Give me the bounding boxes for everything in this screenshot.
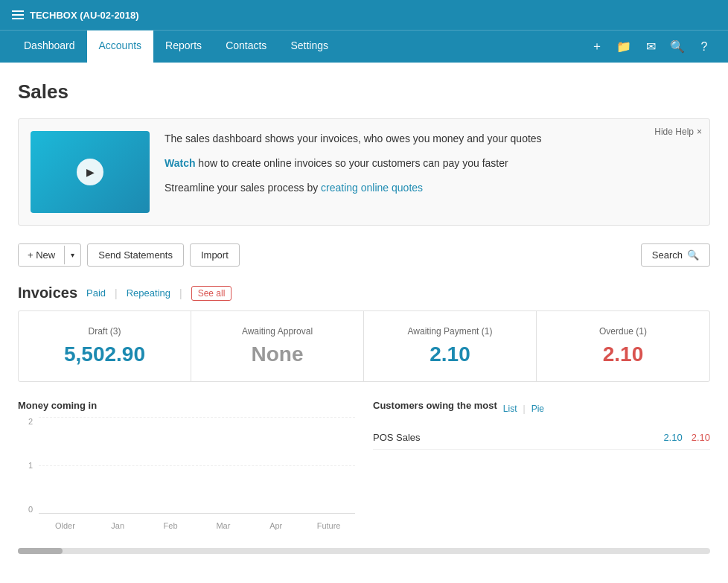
new-button[interactable]: + New	[19, 244, 64, 266]
x-label-future: Future	[302, 521, 355, 530]
hamburger-icon[interactable]	[12, 10, 24, 19]
see-all-button[interactable]: See all	[191, 286, 232, 301]
chart-area: 2 1 0	[18, 417, 355, 536]
filter-repeating[interactable]: Repeating	[127, 287, 170, 299]
owing-row: POS Sales 2.10 2.10	[373, 426, 710, 450]
new-button-group: + New ▾	[18, 243, 81, 267]
play-button-icon[interactable]: ▶	[77, 159, 103, 185]
owing-customer-name: POS Sales	[373, 432, 663, 443]
scroll-bar[interactable]	[18, 548, 710, 554]
new-dropdown-caret[interactable]: ▾	[64, 246, 80, 264]
owing-header: Customers owing the most List | Pie	[373, 400, 710, 417]
filter-paid[interactable]: Paid	[86, 287, 106, 299]
stat-draft-value: 5,502.90	[33, 343, 176, 366]
nav-reports[interactable]: Reports	[153, 31, 214, 63]
owing-title: Customers owing the most	[373, 400, 497, 411]
stat-overdue[interactable]: Overdue (1) 2.10	[537, 311, 709, 381]
invoices-title: Invoices	[18, 284, 77, 302]
chart-y-axis: 2 1 0	[18, 417, 36, 514]
help-icon[interactable]: ?	[692, 35, 716, 59]
x-label-older: Older	[39, 521, 92, 530]
stat-awaiting-approval[interactable]: Awaiting Approval None	[191, 311, 364, 381]
nav-icons: ＋ 📁 ✉ 🔍 ?	[585, 31, 716, 63]
x-label-mar: Mar	[197, 521, 249, 530]
stats-grid: Draft (3) 5,502.90 Awaiting Approval Non…	[18, 310, 710, 382]
nav-dashboard[interactable]: Dashboard	[12, 31, 87, 63]
money-coming-in-section: Money coming in 2 1 0	[18, 400, 355, 536]
stat-awaiting-approval-value: None	[206, 343, 348, 366]
stat-overdue-value: 2.10	[552, 343, 695, 366]
logo-area: TECHBOX (AU-02-2018)	[12, 10, 716, 21]
x-label-apr: Apr	[249, 521, 302, 530]
stat-awaiting-payment[interactable]: Awaiting Payment (1) 2.10	[364, 311, 537, 381]
stat-draft[interactable]: Draft (3) 5,502.90	[19, 311, 191, 381]
x-label-feb: Feb	[144, 521, 197, 530]
help-text: The sales dashboard shows your invoices,…	[165, 131, 697, 205]
stat-awaiting-payment-value: 2.10	[379, 343, 521, 366]
invoices-header: Invoices Paid | Repeating | See all	[18, 284, 710, 302]
hide-help-button[interactable]: Hide Help ×	[654, 127, 702, 137]
nav-contacts[interactable]: Contacts	[214, 31, 278, 63]
view-list-link[interactable]: List	[503, 404, 517, 414]
money-coming-in-title: Money coming in	[18, 400, 355, 411]
add-icon[interactable]: ＋	[585, 35, 609, 59]
scroll-thumb[interactable]	[18, 548, 63, 554]
gridline-top	[39, 417, 355, 418]
customers-owing-section: Customers owing the most List | Pie POS …	[373, 400, 710, 536]
search-icon: 🔍	[687, 249, 699, 261]
gridline-mid	[39, 465, 355, 466]
nav-bar: Dashboard Accounts Reports Contacts Sett…	[0, 30, 728, 63]
view-pie-link[interactable]: Pie	[531, 404, 544, 414]
bottom-section: Money coming in 2 1 0	[18, 400, 710, 536]
creating-quotes-link[interactable]: creating online quotes	[321, 182, 423, 194]
y-label-0: 0	[28, 505, 33, 514]
stat-awaiting-approval-label: Awaiting Approval	[206, 326, 348, 337]
help-inner: ▶ The sales dashboard shows your invoice…	[31, 131, 697, 213]
nav-settings[interactable]: Settings	[278, 31, 340, 63]
help-text-2: Watch how to create online invoices so y…	[165, 156, 697, 171]
page-title: Sales	[18, 80, 710, 103]
owing-amount-blue: 2.10	[663, 432, 682, 443]
chart-x-labels: Older Jan Feb Mar Apr Future	[39, 515, 355, 536]
chart-body	[39, 417, 355, 514]
send-statements-button[interactable]: Send Statements	[87, 243, 184, 267]
folder-icon[interactable]: 📁	[612, 35, 636, 59]
search-button[interactable]: Search 🔍	[641, 243, 710, 267]
toolbar: + New ▾ Send Statements Import Search 🔍	[18, 243, 710, 267]
watch-link[interactable]: Watch	[165, 157, 195, 169]
stat-awaiting-payment-label: Awaiting Payment (1)	[379, 326, 521, 337]
import-button[interactable]: Import	[190, 243, 240, 267]
y-label-1: 1	[28, 461, 33, 470]
top-bar: TECHBOX (AU-02-2018)	[0, 0, 728, 30]
help-text-1: The sales dashboard shows your invoices,…	[165, 131, 697, 147]
search-nav-icon[interactable]: 🔍	[665, 35, 689, 59]
x-label-jan: Jan	[92, 521, 144, 530]
stat-draft-label: Draft (3)	[33, 326, 176, 337]
help-panel: Hide Help × ▶ The sales dashboard shows …	[18, 118, 710, 226]
app-title: TECHBOX (AU-02-2018)	[30, 10, 139, 21]
nav-accounts[interactable]: Accounts	[87, 31, 154, 63]
mail-icon[interactable]: ✉	[639, 35, 662, 59]
help-text-3: Streamline your sales process by creatin…	[165, 180, 697, 196]
y-label-2: 2	[28, 417, 33, 426]
page-content: Sales Hide Help × ▶ The sales dashboard …	[0, 63, 728, 583]
owing-amount-red: 2.10	[692, 432, 710, 443]
help-thumbnail[interactable]: ▶	[31, 131, 150, 213]
stat-overdue-label: Overdue (1)	[552, 326, 695, 337]
